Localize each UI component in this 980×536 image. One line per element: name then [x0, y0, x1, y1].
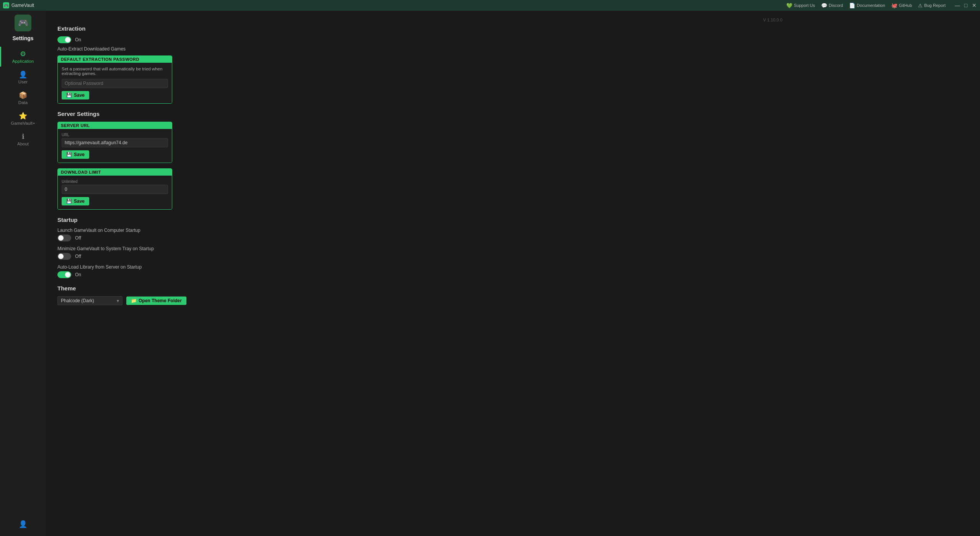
app-title: GameVault	[11, 3, 34, 8]
auto-extract-toggle[interactable]	[57, 36, 71, 43]
sidebar-item-application[interactable]: ⚙ Application	[0, 47, 46, 67]
theme-select[interactable]: Phalcode (Dark) Phalcode (Light) Custom	[57, 296, 122, 305]
startup-option-1-state: Off	[75, 235, 81, 241]
auto-extract-slider	[57, 36, 71, 43]
password-save-button[interactable]: 💾 Save	[62, 91, 89, 99]
gamevaultplus-icon: ⭐	[19, 112, 27, 120]
discord-button[interactable]: 💬 Discord	[821, 3, 843, 8]
documentation-icon: 📄	[849, 3, 855, 8]
server-url-header: SERVER URL	[58, 122, 172, 129]
support-us-button[interactable]: 💚 Support Us	[786, 3, 815, 8]
default-password-description: Set a password that will automatically b…	[62, 67, 168, 76]
startup-option-3-state: On	[75, 272, 81, 277]
startup-option-1-row: Off	[57, 235, 969, 241]
open-theme-folder-button[interactable]: 📁 Open Theme Folder	[126, 297, 186, 305]
download-limit-save-button[interactable]: 💾 Save	[62, 197, 89, 205]
download-limit-header: DOWNLOAD LIMIT	[58, 169, 172, 176]
server-url-input[interactable]	[62, 138, 168, 147]
download-limit-input[interactable]	[62, 185, 168, 194]
titlebar-left: 🎮 GameVault	[3, 2, 34, 8]
startup-minimize-slider	[57, 253, 71, 260]
server-url-card: SERVER URL URL 💾 Save	[57, 122, 172, 163]
extraction-section-title: Extraction	[57, 25, 969, 32]
default-password-body: Set a password that will automatically b…	[58, 63, 172, 103]
startup-option-3-label: Auto-Load Library from Server on Startup	[57, 264, 969, 270]
documentation-button[interactable]: 📄 Documentation	[849, 3, 885, 8]
default-password-card: DEFAULT EXTRACTION PASSWORD Set a passwo…	[57, 55, 172, 104]
sidebar-item-gamevaultplus[interactable]: ⭐ GameVault+	[0, 109, 46, 129]
startup-autoload-slider	[57, 271, 71, 278]
startup-option-2-label: Minimize GameVault to System Tray on Sta…	[57, 246, 969, 251]
window-controls: — □ ✕	[955, 3, 977, 8]
server-url-save-button[interactable]: 💾 Save	[62, 150, 89, 159]
user-icon: 👤	[19, 70, 27, 79]
url-input-label: URL	[62, 133, 168, 137]
maximize-button[interactable]: □	[963, 3, 969, 8]
sidebar-logo: 🎮	[15, 15, 31, 31]
startup-option-2-state: Off	[75, 254, 81, 259]
application-icon: ⚙	[20, 50, 26, 58]
limit-save-disk-icon: 💾	[66, 199, 72, 204]
profile-icon: 👤	[19, 520, 27, 528]
startup-option-3-row: On	[57, 271, 969, 278]
sidebar-label-data: Data	[18, 100, 28, 105]
sidebar-label-application: Application	[12, 59, 34, 64]
password-input[interactable]	[62, 79, 168, 88]
startup-section-title: Startup	[57, 217, 969, 223]
github-icon: 🐙	[891, 3, 897, 8]
startup-option-2-row: Off	[57, 253, 969, 260]
sidebar: 🎮 Settings ⚙ Application 👤 User 📦 Data ⭐…	[0, 11, 46, 536]
startup-launch-toggle[interactable]	[57, 235, 71, 241]
support-icon: 💚	[786, 3, 792, 8]
bug-icon: ⚠	[918, 3, 923, 8]
auto-extract-row: On	[57, 36, 969, 43]
auto-extract-knob	[65, 37, 70, 42]
sidebar-item-about[interactable]: ℹ About	[0, 129, 46, 149]
default-password-header: DEFAULT EXTRACTION PASSWORD	[58, 56, 172, 63]
titlebar: 🎮 GameVault V 1.10.0.0 💚 Support Us 💬 Di…	[0, 0, 980, 11]
minimize-button[interactable]: —	[955, 3, 960, 8]
theme-section-title: Theme	[57, 285, 969, 292]
sidebar-nav: ⚙ Application 👤 User 📦 Data ⭐ GameVault+…	[0, 47, 46, 149]
titlebar-right: 💚 Support Us 💬 Discord 📄 Documentation 🐙…	[786, 3, 977, 8]
download-limit-body: Unlimited 💾 Save	[58, 176, 172, 209]
startup-launch-slider	[57, 235, 71, 241]
startup-autoload-toggle[interactable]	[57, 271, 71, 278]
auto-extract-state-label: On	[75, 37, 81, 42]
startup-minimize-toggle[interactable]	[57, 253, 71, 260]
server-settings-section-title: Server Settings	[57, 111, 969, 117]
data-icon: 📦	[19, 91, 27, 99]
theme-select-wrapper: Phalcode (Dark) Phalcode (Light) Custom …	[57, 296, 122, 305]
about-icon: ℹ	[22, 132, 24, 141]
discord-icon: 💬	[821, 3, 827, 8]
github-button[interactable]: 🐙 GitHub	[891, 3, 912, 8]
auto-extract-label: Auto-Extract Downloaded Games	[57, 46, 969, 52]
folder-icon: 📁	[131, 298, 137, 303]
main-content: Extraction On Auto-Extract Downloaded Ga…	[46, 11, 980, 536]
save-disk-icon: 💾	[66, 93, 72, 98]
sidebar-label-user: User	[18, 80, 28, 84]
sidebar-bottom: 👤	[19, 517, 27, 536]
sidebar-item-data[interactable]: 📦 Data	[0, 88, 46, 108]
sidebar-label-gamevaultplus: GameVault+	[11, 121, 35, 125]
sidebar-item-profile[interactable]: 👤	[19, 517, 27, 532]
theme-row: Phalcode (Dark) Phalcode (Light) Custom …	[57, 296, 969, 305]
startup-launch-knob	[58, 235, 64, 241]
app-logo-icon: 🎮	[3, 2, 9, 8]
server-url-body: URL 💾 Save	[58, 129, 172, 163]
download-limit-input-label: Unlimited	[62, 179, 168, 184]
bug-report-button[interactable]: ⚠ Bug Report	[918, 3, 946, 8]
sidebar-settings-label: Settings	[12, 35, 33, 41]
startup-autoload-knob	[65, 272, 70, 277]
startup-option-1-label: Launch GameVault on Computer Startup	[57, 228, 969, 233]
sidebar-label-about: About	[17, 142, 29, 146]
close-button[interactable]: ✕	[972, 3, 977, 8]
version-label: V 1.10.0.0	[763, 18, 782, 22]
startup-minimize-knob	[58, 254, 64, 259]
download-limit-card: DOWNLOAD LIMIT Unlimited 💾 Save	[57, 168, 172, 210]
url-save-disk-icon: 💾	[66, 152, 72, 157]
sidebar-item-user[interactable]: 👤 User	[0, 67, 46, 87]
app-body: 🎮 Settings ⚙ Application 👤 User 📦 Data ⭐…	[0, 11, 980, 536]
